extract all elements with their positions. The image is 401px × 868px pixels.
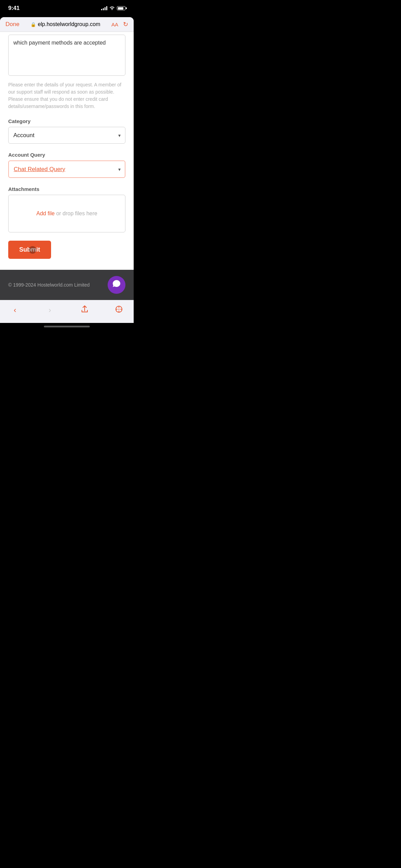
attachments-dropzone[interactable]: Add file or drop files here: [8, 195, 125, 232]
signal-bars-icon: [101, 6, 107, 10]
attachments-section: Attachments Add file or drop files here: [8, 186, 125, 232]
textarea-section: which payment methods are accepted Pleas…: [8, 32, 125, 110]
content-wrapper: Done 🔒 elp.hostelworldgroup.com AA ↻ whi…: [0, 17, 134, 323]
browser-url: 🔒 elp.hostelworldgroup.com: [31, 21, 100, 27]
request-textarea[interactable]: which payment methods are accepted: [8, 35, 125, 76]
status-time: 9:41: [8, 5, 20, 12]
url-text: elp.hostelworldgroup.com: [38, 21, 100, 27]
status-bar: 9:41: [0, 0, 134, 14]
main-content: which payment methods are accepted Pleas…: [0, 32, 134, 270]
add-file-text: Add file or drop files here: [36, 210, 97, 217]
drop-files-label: or drop files here: [56, 210, 97, 216]
chat-fab-button[interactable]: [108, 276, 125, 294]
footer: © 1999-2024 Hostelworld.com Limited: [0, 270, 134, 300]
back-button[interactable]: ‹: [11, 304, 19, 316]
forward-button: ›: [46, 304, 54, 316]
text-size-button[interactable]: AA: [111, 22, 118, 27]
home-bar: [44, 326, 90, 327]
share-button[interactable]: [81, 305, 88, 315]
lock-icon: 🔒: [31, 22, 36, 27]
helper-text: Please enter the details of your request…: [8, 81, 125, 110]
loading-spinner: [29, 246, 36, 254]
battery-icon: [117, 6, 125, 10]
done-button[interactable]: Done: [5, 21, 20, 28]
wifi-icon: [109, 6, 115, 11]
account-query-select-wrapper: Chat Related Query ▾: [8, 160, 125, 178]
chat-fab-icon: [112, 279, 121, 290]
category-label: Category: [8, 118, 125, 124]
home-indicator: [0, 323, 134, 329]
browser-nav: ‹ ›: [0, 300, 134, 323]
svg-point-1: [118, 309, 119, 310]
category-select-wrapper: Account ▾: [8, 127, 125, 144]
compass-button[interactable]: [115, 305, 123, 315]
status-icons: [101, 6, 125, 11]
account-query-section: Account Query Chat Related Query ▾: [8, 152, 125, 178]
reload-button[interactable]: ↻: [123, 21, 128, 28]
submit-button[interactable]: Submit: [8, 241, 51, 259]
browser-bar: Done 🔒 elp.hostelworldgroup.com AA ↻: [0, 17, 134, 32]
account-query-label: Account Query: [8, 152, 125, 158]
copyright-text: © 1999-2024 Hostelworld.com Limited: [8, 282, 90, 288]
top-gap: [0, 14, 134, 17]
browser-actions: AA ↻: [111, 21, 128, 28]
account-query-select[interactable]: Chat Related Query: [8, 160, 125, 178]
add-file-link[interactable]: Add file: [36, 210, 54, 216]
category-section: Category Account ▾: [8, 118, 125, 144]
attachments-label: Attachments: [8, 186, 125, 192]
category-select[interactable]: Account: [8, 127, 125, 144]
